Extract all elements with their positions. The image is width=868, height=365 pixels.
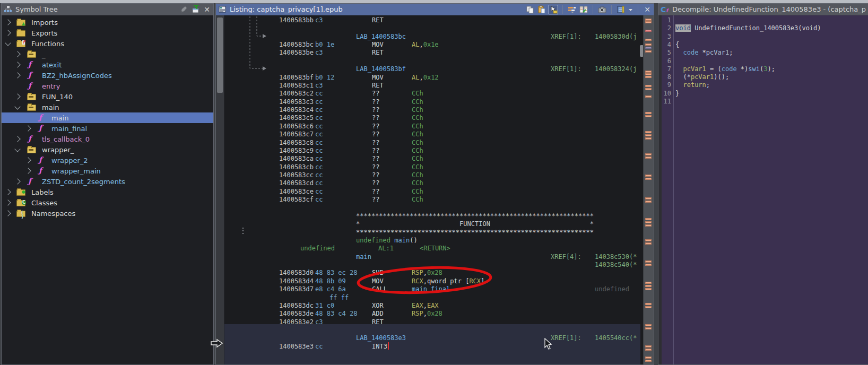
tree-item-imports[interactable]: ▲Imports <box>2 17 213 28</box>
decompiled-code-line[interactable]: (*pcVar1)(); <box>675 73 729 81</box>
change-marker[interactable] <box>645 71 652 73</box>
expand-arrow-icon[interactable] <box>5 189 11 195</box>
tree-item-labels[interactable]: ●Labels <box>2 187 213 197</box>
change-marker[interactable] <box>645 30 652 32</box>
tree-item-classes[interactable]: CClasses <box>2 197 213 208</box>
decompiler-header[interactable]: Cf Decompile: UndefinedFunction_1400583e… <box>658 4 868 15</box>
tree-item-fun_140[interactable]: FUN_140 <box>2 91 213 102</box>
change-marker[interactable] <box>645 285 652 287</box>
listing-row[interactable]: 1400583c4cc??CCh <box>216 106 640 114</box>
tree-item-zstd_count_2segments[interactable]: ƒZSTD_count_2segments <box>2 176 213 187</box>
change-marker[interactable] <box>645 44 652 46</box>
change-marker[interactable] <box>645 73 652 75</box>
change-marker[interactable] <box>645 288 652 290</box>
change-marker[interactable] <box>645 260 652 263</box>
marker-margin[interactable] <box>643 15 654 364</box>
change-marker[interactable] <box>645 134 652 136</box>
decompiled-code-line[interactable]: return; <box>675 81 710 89</box>
decompiled-code-line[interactable]: pcVar1 = (code *)swi(3); <box>675 65 775 73</box>
paste-icon[interactable] <box>537 5 546 14</box>
listing-row[interactable]: 1400583c7cc??CCh <box>216 131 640 138</box>
listing-row[interactable]: 1400583c9cc??CCh <box>216 147 640 155</box>
tree-item-wrapper_[interactable]: wrapper_ <box>2 144 213 155</box>
collapse-arrow-icon[interactable] <box>14 146 20 152</box>
listing-row[interactable]: 1400583c8cc??CCh <box>216 139 640 147</box>
expand-arrow-icon[interactable] <box>25 157 31 163</box>
expand-arrow-icon[interactable] <box>5 210 11 216</box>
tree-item-namespaces[interactable]: ( )Namespaces <box>2 208 213 219</box>
listing-row[interactable]: 1400583cdcc??CCh <box>216 179 640 187</box>
listing-book-icon[interactable] <box>617 5 625 14</box>
listing-row[interactable]: LAB_1400583bfXREF[1]:140058324(j <box>216 65 640 73</box>
listing-row[interactable]: 1400583c3cc??CCh <box>216 98 640 106</box>
disassembly-rows[interactable]: 1400583bbc3RETLAB_1400583bcXREF[1]:14005… <box>216 15 640 364</box>
tree-item-main_final[interactable]: ƒmain_final <box>2 123 213 134</box>
splitter-drag-arrow[interactable] <box>210 338 224 348</box>
change-marker[interactable] <box>645 306 652 308</box>
edit-fields-icon[interactable] <box>568 5 576 14</box>
diff-view-icon[interactable] <box>579 5 588 14</box>
tree-item-tls_callback_0[interactable]: ƒtls_callback_0 <box>2 134 213 144</box>
change-marker[interactable] <box>645 357 652 359</box>
change-marker[interactable] <box>645 131 652 133</box>
listing-row[interactable]: 1400583c5cc??CCh <box>216 114 640 122</box>
listing-row[interactable]: LAB_1400583e3XREF[1]:1405540cc(* <box>216 334 640 342</box>
decompiled-code-line[interactable]: void UndefinedFunction_1400583e3(void) <box>675 24 821 32</box>
listing-row[interactable]: 1400583cccc??CCh <box>216 171 640 179</box>
listing-header[interactable]: Listing: captcha_privacy[1].epub <box>216 4 654 15</box>
change-marker[interactable] <box>645 178 652 180</box>
change-marker[interactable] <box>645 157 652 159</box>
expand-arrow-icon[interactable] <box>14 51 20 57</box>
change-marker[interactable] <box>645 345 652 347</box>
change-marker[interactable] <box>645 88 652 90</box>
change-marker[interactable] <box>645 39 652 41</box>
expand-arrow-icon[interactable] <box>25 125 31 131</box>
listing-row[interactable]: undefinedAL:1<RETURN> <box>216 245 640 253</box>
expand-arrow-icon[interactable] <box>14 72 20 78</box>
tree-item-entry[interactable]: ƒentry <box>2 81 213 91</box>
expand-arrow-icon[interactable] <box>25 168 31 173</box>
change-marker[interactable] <box>645 50 652 53</box>
listing-row[interactable]: 1400583bec3RET <box>216 49 640 57</box>
listing-row[interactable]: 1400583cacc??CCh <box>216 155 640 163</box>
listing-row[interactable]: 1400583c1c3RET <box>216 82 640 90</box>
edit-pencil-icon[interactable] <box>179 5 188 14</box>
decompiler-body[interactable]: 1234567891011 void UndefinedFunction_140… <box>658 15 868 364</box>
listing-row[interactable]: 1400583c6cc??CCh <box>216 123 640 131</box>
change-marker[interactable] <box>645 242 652 245</box>
change-marker[interactable] <box>645 224 652 227</box>
snapshot-camera-icon[interactable] <box>598 5 606 14</box>
change-marker[interactable] <box>645 19 652 21</box>
change-marker[interactable] <box>645 201 652 203</box>
cursor-location-icon[interactable] <box>549 5 558 14</box>
expand-arrow-icon[interactable] <box>14 62 20 67</box>
decompiled-code-line[interactable]: { <box>675 41 679 49</box>
change-marker[interactable] <box>645 221 652 223</box>
listing-row[interactable]: 1400583cecc??CCh <box>216 188 640 196</box>
listing-row[interactable]: 1400583e3ccINT3 <box>216 343 640 351</box>
tree-item-main[interactable]: main <box>2 102 213 112</box>
listing-row[interactable]: * FUNCTION * <box>216 220 640 228</box>
tree-item-_[interactable]: _ <box>2 49 213 59</box>
listing-row[interactable]: LAB_1400583bcXREF[1]:14005830d(j <box>216 33 640 41</box>
symbol-tree-close-icon[interactable]: ✕ <box>203 5 211 14</box>
change-marker[interactable] <box>645 85 652 87</box>
expand-arrow-icon[interactable] <box>5 19 11 25</box>
tree-item-exports[interactable]: Exports <box>2 28 213 38</box>
listing-row[interactable]: 1400583de48 83 c4 28ADDRSP,0x28 <box>216 310 640 318</box>
change-marker[interactable] <box>645 327 652 329</box>
tree-item-wrapper_2[interactable]: ƒwrapper_2 <box>2 155 213 166</box>
listing-close-icon[interactable]: ✕ <box>643 5 652 14</box>
change-marker[interactable] <box>645 137 652 140</box>
decompiled-code-line[interactable]: code *pcVar1; <box>675 49 733 57</box>
expand-arrow-icon[interactable] <box>14 178 20 184</box>
listing-row[interactable]: 1400583cfcc??CCh <box>216 196 640 204</box>
change-marker[interactable] <box>645 47 652 49</box>
listing-row[interactable]: 1400583bfb0 12MOVAL,0x12 <box>216 74 640 82</box>
goto-symbol-icon[interactable] <box>191 5 199 14</box>
collapse-arrow-icon[interactable] <box>14 103 20 109</box>
change-marker[interactable] <box>645 95 652 98</box>
change-marker[interactable] <box>645 264 652 266</box>
listing-row[interactable]: ****************************************… <box>216 212 640 220</box>
change-marker[interactable] <box>645 349 652 351</box>
